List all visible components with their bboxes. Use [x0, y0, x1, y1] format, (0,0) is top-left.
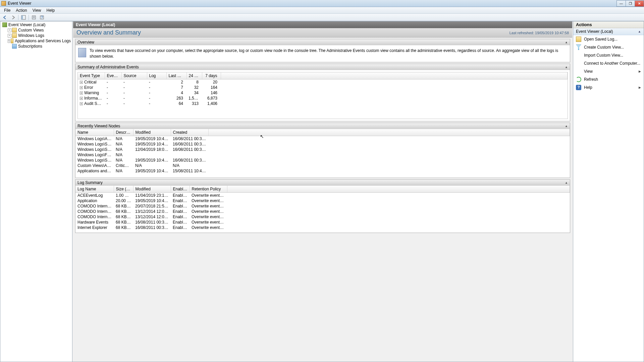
help-button[interactable]: ? [38, 14, 46, 21]
col-created[interactable]: Created [171, 129, 208, 136]
maximize-button[interactable]: ❐ [626, 0, 635, 7]
table-row[interactable]: Application20.00 M...19/05/2019 10:47:18… [75, 198, 570, 203]
table-header-row[interactable]: Event Type Event I... Source Log Last ho… [78, 72, 568, 79]
view-icon [576, 69, 581, 74]
collapse-icon[interactable]: ▲ [565, 65, 568, 69]
col-7-days[interactable]: 7 days [202, 72, 221, 79]
action-import-custom-view[interactable]: Import Custom View... [573, 51, 644, 59]
col-name[interactable]: Name [75, 129, 114, 136]
table-row[interactable]: Windows Logs\Secu...N/A19/05/2019 10:47:… [75, 141, 570, 147]
col-event-type[interactable]: Event Type [78, 72, 105, 79]
action-view[interactable]: View ▶ [573, 67, 644, 75]
expand-icon[interactable]: + [80, 81, 83, 84]
admin-summary-header[interactable]: Summary of Administrative Events ▲ [75, 64, 570, 70]
col-24-hours[interactable]: 24 hours [186, 72, 202, 79]
col-modified[interactable]: Modified [133, 129, 171, 136]
tree-subscriptions[interactable]: Subscriptions [6, 44, 72, 49]
action-label: Open Saved Log... [584, 37, 618, 42]
menu-action[interactable]: Action [13, 7, 30, 13]
table-row[interactable]: Windows Logs\Syst...N/A19/05/2019 10:47:… [75, 158, 570, 163]
overview-header[interactable]: Overview ▲ [75, 39, 570, 45]
col-source[interactable]: Source [121, 72, 147, 79]
overview-icon [78, 48, 86, 57]
expand-icon[interactable]: + [8, 34, 11, 38]
minimize-button[interactable]: — [616, 0, 626, 7]
table-row[interactable]: ACEEventLog1.00 MB...11/04/2019 23:11:43… [75, 192, 570, 198]
log-summary-section: Log Summary ▲ Log Name Size (Cu... Modif… [75, 179, 570, 233]
collapse-icon[interactable]: ▲ [565, 41, 568, 44]
table-row[interactable]: +Audit Succ...---643131,406 [78, 101, 568, 106]
col-retention[interactable]: Retention Policy [190, 186, 227, 193]
table-row[interactable]: Windows Logs\SetupN/A12/04/2019 18:03:23… [75, 147, 570, 152]
expand-icon[interactable]: + [8, 28, 11, 32]
connect-icon [576, 61, 581, 66]
col-modified[interactable]: Modified [133, 186, 171, 193]
expand-icon[interactable]: + [8, 39, 10, 43]
table-row[interactable]: +Error---732164 [78, 85, 568, 90]
table-row[interactable]: COMODO Internet S...68 KB/1...13/12/2014… [75, 209, 570, 214]
col-last-hour[interactable]: Last hour [166, 72, 186, 79]
expand-icon[interactable]: + [80, 92, 83, 95]
last-refreshed: Last refreshed: 19/05/2019 10:47:58 [509, 31, 569, 35]
action-open-saved-log[interactable]: Open Saved Log... [573, 35, 644, 43]
section-title: Summary of Administrative Events [77, 65, 139, 69]
admin-summary-table[interactable]: Event Type Event I... Source Log Last ho… [78, 72, 568, 106]
table-row[interactable]: +Critical---2820 [78, 79, 568, 85]
log-summary-header[interactable]: Log Summary ▲ [75, 180, 570, 186]
table-row[interactable]: Windows Logs\For...N/A [75, 152, 570, 158]
tree-root-event-viewer[interactable]: Event Viewer (Local) [1, 22, 72, 27]
table-row[interactable]: Internet Explorer68 KB/1...16/08/2011 00… [75, 225, 570, 230]
show-hide-tree-button[interactable] [20, 14, 27, 21]
back-button[interactable] [1, 14, 9, 21]
action-label: Connect to Another Computer... [584, 61, 640, 66]
section-title: Recently Viewed Nodes [77, 124, 120, 128]
table-row[interactable]: COMODO Internet S...68 KB/1...20/07/2018… [75, 203, 570, 209]
action-help[interactable]: ? Help ▶ [573, 83, 644, 92]
table-row[interactable]: Custom Views\Adm...Critical, ...N/AN/A [75, 163, 570, 168]
properties-button[interactable] [30, 14, 38, 21]
table-row[interactable]: +Information---2631,5306,873 [78, 96, 568, 101]
table-row[interactable]: Applications and Se...N/A19/05/2019 10:4… [75, 168, 570, 174]
collapse-icon[interactable]: ▲ [638, 30, 641, 33]
console-tree[interactable]: Event Viewer (Local) + Custom Views + Wi… [0, 21, 72, 362]
log-summary-table[interactable]: Log Name Size (Cu... Modified Enabled Re… [75, 186, 570, 230]
tree-label: Subscriptions [18, 44, 42, 49]
collapse-icon[interactable]: ▲ [565, 181, 568, 184]
table-row[interactable]: Hardware Events68 KB/2...16/08/2011 00:3… [75, 220, 570, 225]
col-enabled[interactable]: Enabled [171, 186, 190, 193]
action-connect-computer[interactable]: Connect to Another Computer... [573, 59, 644, 67]
recent-nodes-table[interactable]: Name Descrip... Modified Created Windows… [75, 129, 570, 174]
col-log-name[interactable]: Log Name [75, 186, 114, 193]
col-description[interactable]: Descrip... [114, 129, 133, 136]
menu-file[interactable]: File [1, 7, 13, 13]
col-event-id[interactable]: Event I... [105, 72, 121, 79]
recent-nodes-header[interactable]: Recently Viewed Nodes ▲ [75, 123, 570, 129]
col-log[interactable]: Log [147, 72, 166, 79]
svg-rect-2 [32, 16, 36, 19]
actions-subheader[interactable]: Event Viewer (Local) ▲ [573, 28, 644, 35]
expand-icon[interactable]: + [80, 102, 83, 105]
forward-button[interactable] [9, 14, 17, 21]
collapse-icon[interactable]: ▲ [565, 124, 568, 128]
table-header-row[interactable]: Name Descrip... Modified Created [75, 129, 570, 136]
menu-help[interactable]: Help [44, 7, 58, 13]
expand-icon[interactable]: + [80, 97, 83, 100]
table-header-row[interactable]: Log Name Size (Cu... Modified Enabled Re… [75, 186, 570, 193]
filter-icon [576, 45, 581, 50]
expand-icon[interactable]: + [80, 86, 83, 89]
col-size[interactable]: Size (Cu... [114, 186, 133, 193]
subscription-icon [12, 44, 17, 49]
table-row[interactable]: COMODO Internet S...68 KB/1...13/12/2014… [75, 214, 570, 220]
window-title: Event Viewer [8, 1, 31, 6]
tree-custom-views[interactable]: + Custom Views [6, 27, 72, 33]
folder-icon [12, 28, 17, 33]
action-refresh[interactable]: Refresh [573, 75, 644, 83]
menu-view[interactable]: View [30, 7, 44, 13]
tree-app-services-logs[interactable]: + Applications and Services Logs [6, 38, 72, 44]
close-button[interactable]: ✕ [635, 0, 644, 7]
table-row[interactable]: Windows Logs\App...N/A19/05/2019 10:47:1… [75, 136, 570, 141]
table-row[interactable]: +Warning---434146 [78, 90, 568, 96]
action-create-custom-view[interactable]: Create Custom View... [573, 43, 644, 51]
tree-windows-logs[interactable]: + Windows Logs [6, 33, 72, 38]
help-icon: ? [576, 85, 581, 90]
